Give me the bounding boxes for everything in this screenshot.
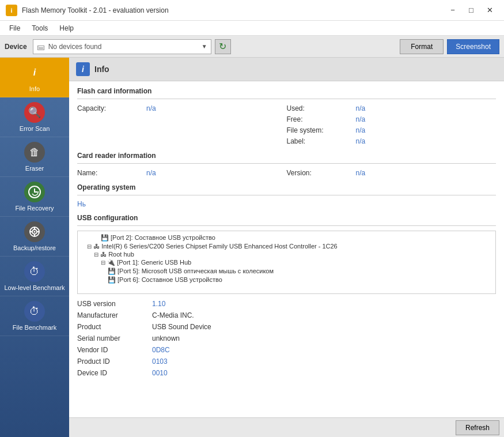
tree-item-5: 💾 [Port 6]: Составное USB устройство (80, 276, 493, 284)
flash-card-info-grid: Capacity: n/a Used: n/a Free: n/a File s… (77, 104, 496, 146)
tree-item-2: ⊟ 🖧 Root hub (80, 250, 493, 258)
version-label: Version: (287, 168, 356, 178)
usb-product-id-label: Product ID (77, 356, 152, 367)
toolbar-refresh-button[interactable]: ↻ (215, 39, 231, 54)
usb-device-text-0: [Port 2]: Составное USB устройство (111, 234, 215, 241)
sidebar-item-backup-restore[interactable]: Backup/restore (0, 217, 69, 257)
file-recovery-icon (24, 182, 45, 202)
version-value: n/a (356, 168, 497, 178)
filesystem-label: File system: (287, 126, 356, 135)
usb-manufacturer-value: C-Media INC. (152, 310, 496, 321)
usb-device-icon-1: 🖧 (93, 243, 100, 250)
menu-bar: File Tools Help (0, 21, 504, 36)
usb-device-icon-3: 🔌 (107, 259, 115, 266)
usb-device-id-value: 0010 (152, 368, 496, 378)
sidebar-item-info-label: Info (29, 85, 40, 92)
file-benchmark-icon: ⏱ (24, 301, 45, 322)
used-label: Used: (287, 104, 356, 113)
usb-product-id-value: 0103 (152, 356, 496, 367)
app-icon: i (6, 5, 17, 16)
tree-item-0: 💾 [Port 2]: Составное USB устройство (80, 233, 493, 242)
usb-vendor-value: 0D8C (152, 345, 496, 355)
os-value: Нь (77, 200, 496, 208)
name-value: n/a (146, 168, 287, 178)
usb-version-value: 1.10 (152, 299, 496, 309)
usb-device-text-2: Root hub (108, 251, 134, 258)
usb-section-title: USB configuration (77, 214, 496, 222)
label-value: n/a (356, 137, 497, 146)
info-header-title: Info (94, 65, 109, 74)
toolbar: Device 🖴 No devices found ▼ ↻ Format Scr… (0, 36, 504, 58)
usb-tree[interactable]: 💾 [Port 2]: Составное USB устройство ⊟ 🖧… (77, 231, 496, 294)
title-controls: − □ ✕ (444, 5, 498, 16)
format-button[interactable]: Format (400, 39, 444, 54)
label-label: Label: (287, 137, 356, 146)
device-dropdown[interactable]: 🖴 No devices found ▼ (33, 39, 211, 54)
usb-device-text-5: [Port 6]: Составное USB устройство (118, 276, 222, 283)
title-bar: i Flash Memory Toolkit - 2.01 - evaluati… (0, 0, 504, 21)
card-reader-grid: Name: n/a Version: n/a (77, 168, 496, 178)
sidebar: i Info 🔍 Error Scan 🗑 Eraser File Recove… (0, 58, 69, 437)
svg-point-4 (34, 231, 36, 233)
content-scroll: Flash card information Capacity: n/a Use… (69, 81, 504, 417)
sidebar-item-error-scan[interactable]: 🔍 Error Scan (0, 97, 69, 137)
usb-device-icon-4: 💾 (108, 268, 116, 274)
tree-item-1: ⊟ 🖧 Intel(R) 6 Series/C200 Series Chipse… (80, 242, 493, 250)
bottom-bar: Refresh (69, 417, 504, 437)
window-title: Flash Memory Toolkit - 2.01 - evaluation… (22, 6, 169, 14)
usb-device-icon-2: 🖧 (100, 251, 107, 258)
minus-icon-2: ⊟ (94, 251, 98, 258)
card-reader-section-title: Card reader information (77, 152, 496, 160)
os-section-title: Operating system (77, 183, 496, 191)
sidebar-item-file-recovery[interactable]: File Recovery (0, 177, 69, 217)
free-value: n/a (356, 115, 497, 124)
sidebar-item-info[interactable]: i Info (0, 58, 69, 97)
refresh-icon: ↻ (219, 41, 226, 52)
menu-tools[interactable]: Tools (27, 23, 52, 33)
content-area: i Info Flash card information Capacity: … (69, 58, 504, 437)
sidebar-item-file-benchmark-label: File Benchmark (13, 324, 56, 331)
sidebar-item-eraser[interactable]: 🗑 Eraser (0, 137, 69, 177)
usb-device-text-4: [Port 5]: Microsoft USB оптическая мышь … (118, 268, 274, 274)
close-button[interactable]: ✕ (481, 5, 498, 16)
usb-divider (77, 225, 496, 226)
minus-icon-1: ⊟ (87, 243, 92, 250)
sidebar-item-low-level-benchmark[interactable]: ⏱ Low-level Benchmark (0, 257, 69, 296)
screenshot-button[interactable]: Screenshot (447, 39, 499, 54)
capacity-value: n/a (146, 104, 287, 113)
maximize-button[interactable]: □ (463, 5, 480, 16)
device-label: Device (5, 43, 27, 51)
main-layout: i Info 🔍 Error Scan 🗑 Eraser File Recove… (0, 58, 504, 437)
minimize-button[interactable]: − (444, 5, 461, 16)
backup-icon (24, 221, 45, 242)
sidebar-item-file-benchmark[interactable]: ⏱ File Benchmark (0, 296, 69, 336)
title-bar-left: i Flash Memory Toolkit - 2.01 - evaluati… (6, 5, 169, 16)
eraser-icon: 🗑 (24, 142, 45, 163)
info-header: i Info (69, 58, 504, 81)
sidebar-item-backup-label: Backup/restore (13, 244, 56, 251)
usb-product-value: USB Sound Device (152, 322, 496, 332)
usb-details: USB version 1.10 Manufacturer C-Media IN… (77, 299, 496, 378)
usb-device-icon-0: 💾 (101, 234, 109, 241)
usb-version-label: USB version (77, 299, 152, 309)
dropdown-arrow-icon: ▼ (202, 43, 207, 50)
usb-device-id-label: Device ID (77, 368, 152, 378)
tree-item-3: ⊟ 🔌 [Port 1]: Generic USB Hub (80, 258, 493, 267)
usb-product-label: Product (77, 322, 152, 332)
usb-device-text-3: [Port 1]: Generic USB Hub (117, 259, 191, 266)
info-icon: i (24, 62, 45, 83)
used-value: n/a (356, 104, 497, 113)
flash-card-section-title: Flash card information (77, 87, 496, 95)
usb-device-icon-5: 💾 (108, 276, 116, 283)
menu-help[interactable]: Help (55, 23, 78, 33)
free-label: Free: (287, 115, 356, 124)
sidebar-item-low-benchmark-label: Low-level Benchmark (4, 284, 65, 291)
card-reader-divider (77, 163, 496, 164)
filesystem-value: n/a (356, 126, 497, 135)
tree-item-4: 💾 [Port 5]: Microsoft USB оптическая мыш… (80, 267, 493, 276)
minus-icon-3: ⊟ (101, 259, 105, 266)
usb-device-text-1: Intel(R) 6 Series/C200 Series Chipset Fa… (101, 243, 338, 250)
menu-file[interactable]: File (5, 23, 25, 33)
refresh-button[interactable]: Refresh (456, 420, 499, 435)
flash-card-divider (77, 99, 496, 99)
